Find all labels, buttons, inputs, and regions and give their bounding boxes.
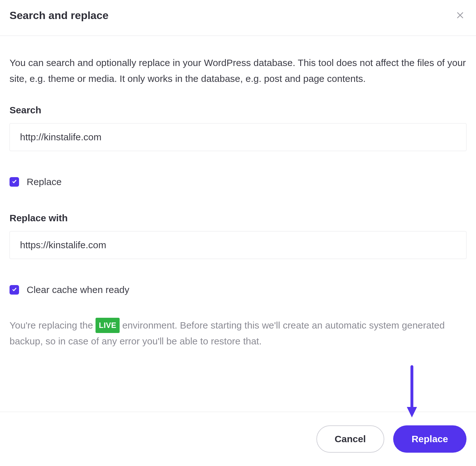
search-replace-modal: Search and replace You can search and op… bbox=[0, 0, 476, 466]
replace-checkbox-label: Replace bbox=[27, 176, 62, 187]
clear-cache-checkbox[interactable] bbox=[10, 285, 19, 295]
check-icon bbox=[11, 286, 17, 293]
check-icon bbox=[11, 178, 17, 185]
close-icon bbox=[456, 11, 465, 20]
warning-prefix: You're replacing the bbox=[10, 320, 96, 330]
search-label: Search bbox=[10, 105, 466, 116]
clear-cache-checkbox-label: Clear cache when ready bbox=[27, 284, 129, 295]
search-input[interactable] bbox=[10, 123, 466, 151]
cancel-button[interactable]: Cancel bbox=[316, 425, 384, 453]
environment-warning: You're replacing the LIVE environment. B… bbox=[10, 317, 466, 349]
modal-body: You can search and optionally replace in… bbox=[0, 36, 476, 412]
modal-header: Search and replace bbox=[0, 0, 476, 36]
modal-description: You can search and optionally replace in… bbox=[10, 55, 466, 86]
replace-checkbox[interactable] bbox=[10, 177, 19, 187]
close-button[interactable] bbox=[454, 9, 466, 22]
modal-footer: Cancel Replace bbox=[0, 412, 476, 466]
modal-title: Search and replace bbox=[10, 9, 109, 22]
replace-with-input[interactable] bbox=[10, 231, 466, 259]
replace-with-label: Replace with bbox=[10, 213, 466, 223]
replace-button[interactable]: Replace bbox=[393, 425, 466, 453]
clear-cache-row: Clear cache when ready bbox=[10, 284, 466, 295]
replace-toggle-row: Replace bbox=[10, 176, 466, 187]
env-badge: LIVE bbox=[96, 318, 119, 333]
